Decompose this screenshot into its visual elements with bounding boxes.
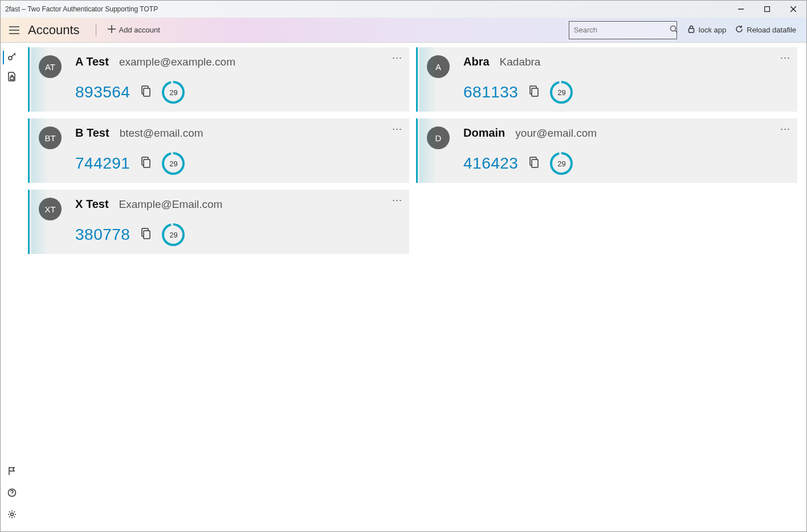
account-avatar: A <box>427 55 450 78</box>
account-username: Example@Email.com <box>119 198 223 211</box>
svg-rect-15 <box>10 77 14 80</box>
page-title: Accounts <box>28 23 80 38</box>
account-username: example@example.com <box>119 56 235 68</box>
sidebar-item-accounts[interactable] <box>3 47 21 68</box>
gear-icon <box>7 510 17 521</box>
account-name: A Test <box>75 55 109 68</box>
sidebar-item-help[interactable] <box>3 484 21 504</box>
svg-point-19 <box>11 513 14 516</box>
account-username: Kadabra <box>500 56 541 68</box>
file-lock-icon <box>7 72 17 84</box>
account-card[interactable]: AT A Test example@example.com 893564 29 … <box>28 47 409 112</box>
app-window: 2fast – Two Factor Authenticator Support… <box>0 0 807 532</box>
lock-icon <box>687 25 695 35</box>
account-avatar: XT <box>39 198 62 220</box>
svg-rect-22 <box>144 159 150 167</box>
account-avatar: AT <box>39 55 62 78</box>
menu-button[interactable] <box>3 19 26 42</box>
account-card[interactable]: BT B Test btest@email.com 744291 29 ··· <box>28 118 409 183</box>
close-button[interactable] <box>780 1 806 18</box>
countdown-timer: 29 <box>162 152 185 175</box>
reload-label: Reload datafile <box>747 26 796 34</box>
svg-rect-1 <box>765 7 770 12</box>
totp-code: 744291 <box>75 154 130 173</box>
countdown-timer: 29 <box>550 81 573 104</box>
account-name: Abra <box>463 55 490 68</box>
svg-rect-21 <box>532 88 538 96</box>
account-avatar: BT <box>39 126 62 149</box>
lock-app-button[interactable]: lock app <box>683 21 731 39</box>
accounts-grid: AT A Test example@example.com 893564 29 … <box>28 47 797 254</box>
svg-line-10 <box>675 31 677 32</box>
copy-button[interactable] <box>140 227 152 242</box>
plus-icon <box>108 25 116 35</box>
countdown-timer: 29 <box>162 81 185 104</box>
flag-icon <box>7 466 17 478</box>
copy-button[interactable] <box>528 156 540 171</box>
svg-point-9 <box>670 26 675 31</box>
toolbar: Accounts Add account lock app Reload d <box>1 18 806 43</box>
svg-point-12 <box>9 56 12 60</box>
sidebar-item-feedback[interactable] <box>3 462 21 482</box>
account-avatar: D <box>427 126 450 149</box>
add-account-label: Add account <box>119 26 160 34</box>
svg-rect-23 <box>532 159 538 167</box>
minimize-button[interactable] <box>728 1 754 18</box>
account-card[interactable]: XT X Test Example@Email.com 380778 29 ··… <box>28 190 409 254</box>
copy-button[interactable] <box>140 85 152 100</box>
more-button[interactable]: ··· <box>392 123 402 135</box>
window-title: 2fast – Two Factor Authenticator Support… <box>5 5 728 13</box>
account-name: Domain <box>463 126 505 140</box>
account-name: B Test <box>75 126 109 140</box>
search-icon <box>670 25 678 35</box>
more-button[interactable]: ··· <box>392 194 402 206</box>
copy-button[interactable] <box>140 156 152 171</box>
account-username: your@email.com <box>515 127 597 140</box>
more-button[interactable]: ··· <box>780 52 790 64</box>
totp-code: 416423 <box>463 154 518 173</box>
sidebar <box>1 43 23 531</box>
more-button[interactable]: ··· <box>780 123 790 135</box>
totp-code: 681133 <box>463 83 518 101</box>
maximize-button[interactable] <box>754 1 780 18</box>
titlebar: 2fast – Two Factor Authenticator Support… <box>1 1 806 18</box>
copy-button[interactable] <box>528 85 540 100</box>
account-card[interactable]: D Domain your@email.com 416423 29 ··· <box>416 118 797 183</box>
account-username: btest@email.com <box>120 127 203 140</box>
help-icon <box>7 488 17 500</box>
svg-rect-24 <box>144 231 150 239</box>
svg-line-14 <box>14 54 15 55</box>
refresh-icon <box>735 25 743 35</box>
account-card[interactable]: A Abra Kadabra 681133 29 ··· <box>416 47 797 112</box>
lock-app-label: lock app <box>699 26 726 34</box>
search-box[interactable] <box>569 21 677 39</box>
sidebar-item-settings[interactable] <box>3 505 21 526</box>
reload-button[interactable]: Reload datafile <box>731 21 801 39</box>
countdown-timer: 29 <box>550 152 573 175</box>
add-account-button[interactable]: Add account <box>103 21 165 39</box>
accounts-area: AT A Test example@example.com 893564 29 … <box>23 43 806 531</box>
totp-code: 380778 <box>75 226 130 244</box>
more-button[interactable]: ··· <box>392 52 402 64</box>
key-icon <box>7 51 17 64</box>
divider <box>96 24 96 36</box>
search-input[interactable] <box>574 26 670 34</box>
totp-code: 893564 <box>75 83 130 101</box>
svg-rect-11 <box>688 28 694 32</box>
account-name: X Test <box>75 198 109 211</box>
svg-rect-20 <box>144 88 150 96</box>
window-controls <box>728 1 806 18</box>
sidebar-item-datafile[interactable] <box>3 68 21 88</box>
countdown-timer: 29 <box>162 223 185 246</box>
